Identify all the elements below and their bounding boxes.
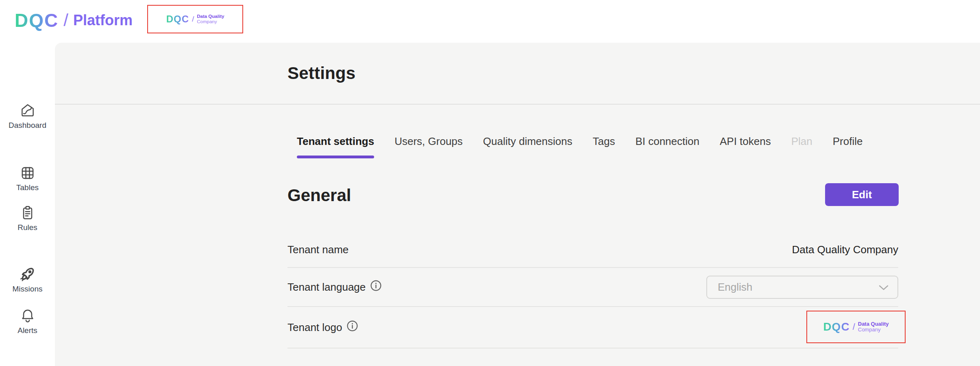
- tab-profile[interactable]: Profile: [833, 135, 863, 158]
- sidebar-item-dashboard[interactable]: Dashboard: [0, 102, 55, 130]
- tenant-logo-highlight: DQC / Data Quality Company: [806, 311, 906, 343]
- dashboard-icon: [19, 102, 36, 119]
- sidebar-label-dashboard: Dashboard: [9, 121, 46, 130]
- section-heading-general: General: [287, 186, 351, 205]
- tab-tags[interactable]: Tags: [592, 135, 615, 158]
- tab-api-tokens[interactable]: API tokens: [720, 135, 771, 158]
- sidebar-item-missions[interactable]: Missions: [0, 266, 55, 294]
- sidebar-label-alerts: Alerts: [17, 326, 37, 335]
- sidebar-label-rules: Rules: [17, 223, 37, 232]
- tenant-name-value: Data Quality Company: [792, 243, 898, 256]
- badge-dqc: DQC: [166, 13, 189, 25]
- app-logo[interactable]: DQC / Platform: [15, 7, 133, 33]
- tab-bi-connection[interactable]: BI connection: [635, 135, 699, 158]
- tenant-logo-name-line1: Data Quality: [858, 321, 889, 327]
- tab-tenant-settings[interactable]: Tenant settings: [297, 135, 374, 158]
- tenant-name-label: Tenant name: [287, 243, 348, 256]
- settings-tabs: Tenant settings Users, Groups Quality di…: [297, 135, 862, 158]
- badge-name-line2: Company: [197, 19, 224, 24]
- tenant-logo-slash: /: [853, 322, 855, 332]
- tenant-logo-label: Tenant logo: [287, 321, 342, 334]
- row-tenant-name: Tenant name Data Quality Company: [287, 232, 898, 268]
- edit-button[interactable]: Edit: [825, 183, 899, 206]
- tenant-logo-badge: DQC / Data Quality Company: [166, 13, 224, 25]
- row-tenant-language: Tenant language English: [287, 268, 898, 307]
- tenant-language-label: Tenant language: [287, 281, 366, 294]
- tab-plan[interactable]: Plan: [791, 135, 812, 158]
- tenant-language-value: English: [718, 281, 752, 294]
- app-logo-dqc: DQC: [15, 9, 59, 31]
- tables-icon: [19, 164, 36, 182]
- badge-name-line1: Data Quality: [197, 14, 224, 19]
- info-icon[interactable]: [346, 320, 358, 335]
- tab-quality-dimensions[interactable]: Quality dimensions: [483, 135, 573, 158]
- alerts-icon: [19, 307, 36, 324]
- badge-slash: /: [192, 15, 194, 24]
- sidebar: Dashboard Tables Rules: [0, 43, 55, 366]
- chevron-down-icon: [879, 281, 889, 294]
- sidebar-item-alerts[interactable]: Alerts: [0, 307, 55, 335]
- tenant-logo-image: DQC / Data Quality Company: [823, 320, 889, 333]
- tenant-logo-name-line2: Company: [858, 327, 889, 333]
- sidebar-item-tables[interactable]: Tables: [0, 164, 55, 192]
- tenant-logo-dqc: DQC: [823, 320, 849, 333]
- app-logo-slash: /: [63, 11, 68, 30]
- tenant-language-select[interactable]: English: [706, 276, 898, 299]
- rules-icon: [19, 204, 36, 221]
- header-divider: [55, 104, 980, 105]
- page-title: Settings: [287, 64, 355, 83]
- sidebar-item-rules[interactable]: Rules: [0, 204, 55, 232]
- sidebar-label-tables: Tables: [16, 183, 39, 192]
- sidebar-label-missions: Missions: [13, 285, 43, 294]
- tab-users-groups[interactable]: Users, Groups: [394, 135, 463, 158]
- app-logo-product: Platform: [73, 12, 133, 29]
- tenant-logo-badge-highlight: DQC / Data Quality Company: [147, 5, 243, 33]
- info-icon[interactable]: [370, 280, 382, 294]
- missions-icon: [19, 266, 36, 283]
- settings-page: { "brand": { "dqc": "DQC", "slash": "/",…: [0, 0, 980, 366]
